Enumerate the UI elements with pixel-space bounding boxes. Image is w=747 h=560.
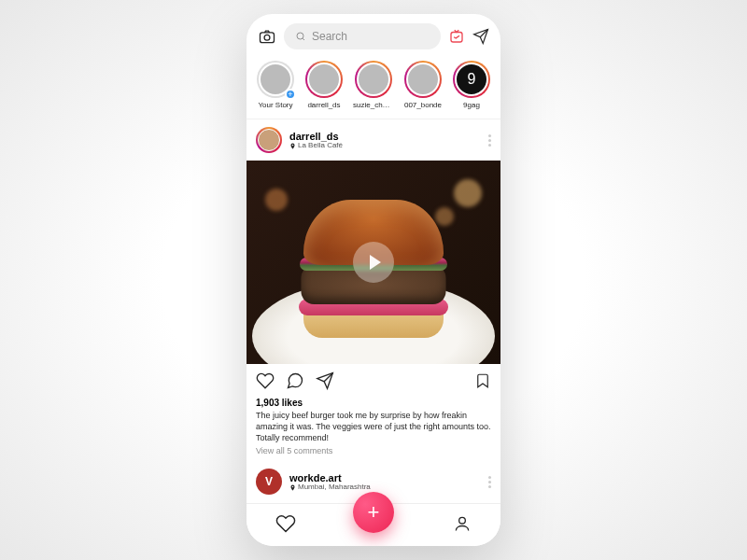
story-label: 007_bonde xyxy=(404,101,442,109)
story-label: Your Story xyxy=(258,101,292,109)
post-avatar[interactable] xyxy=(256,127,282,153)
comment-icon[interactable] xyxy=(286,371,304,394)
view-comments-link[interactable]: View all 5 comments xyxy=(256,446,491,455)
story-your-story[interactable]: + Your Story xyxy=(256,61,295,109)
camera-icon[interactable] xyxy=(258,27,276,46)
post-location[interactable]: La Bella Café xyxy=(289,142,481,150)
svg-point-2 xyxy=(297,33,303,39)
play-icon[interactable] xyxy=(353,242,394,283)
story-label: suzie_chaan xyxy=(353,101,394,109)
story-item[interactable]: 007_bonde xyxy=(403,61,443,109)
feed-scroll[interactable]: darrell_ds La Bella Café xyxy=(247,119,500,546)
story-item[interactable]: 9 9gag xyxy=(452,61,491,109)
story-label: darrell_ds xyxy=(307,101,340,109)
post-actions xyxy=(247,364,500,398)
story-item[interactable]: suzie_chaan xyxy=(353,61,394,109)
nav-profile-icon[interactable] xyxy=(453,514,472,537)
add-story-badge: + xyxy=(285,89,296,100)
bookmark-icon[interactable] xyxy=(474,372,491,393)
svg-point-4 xyxy=(459,517,466,524)
svg-rect-0 xyxy=(261,33,275,43)
top-bar: Search xyxy=(247,14,500,55)
more-icon[interactable] xyxy=(488,134,491,147)
story-item[interactable]: darrell_ds xyxy=(304,61,344,109)
igtv-icon[interactable] xyxy=(448,28,465,45)
search-input[interactable]: Search xyxy=(284,23,441,49)
post-location[interactable]: Mumbai, Maharashtra xyxy=(289,483,481,492)
phone-frame: Search + Your Story darrell_ds suzie_cha… xyxy=(247,14,500,546)
likes-count[interactable]: 1,903 likes xyxy=(256,398,491,408)
share-icon[interactable] xyxy=(316,371,334,394)
create-post-fab[interactable]: + xyxy=(353,492,394,533)
send-icon[interactable] xyxy=(472,28,489,45)
post-caption: The juicy beef burger took me by surpris… xyxy=(256,410,491,443)
nav-activity-icon[interactable] xyxy=(275,513,296,538)
post-media[interactable] xyxy=(247,161,500,364)
post-meta: 1,903 likes The juicy beef burger took m… xyxy=(247,398,500,463)
search-placeholder: Search xyxy=(312,30,347,43)
story-label: 9gag xyxy=(463,101,480,109)
post-username[interactable]: darrell_ds xyxy=(289,131,481,142)
svg-point-1 xyxy=(264,35,270,40)
stories-row[interactable]: + Your Story darrell_ds suzie_chaan 007_… xyxy=(247,55,500,119)
more-icon[interactable] xyxy=(488,476,491,488)
post-header: darrell_ds La Bella Café xyxy=(247,119,500,161)
like-icon[interactable] xyxy=(256,371,275,394)
post-avatar[interactable]: V xyxy=(256,469,282,495)
